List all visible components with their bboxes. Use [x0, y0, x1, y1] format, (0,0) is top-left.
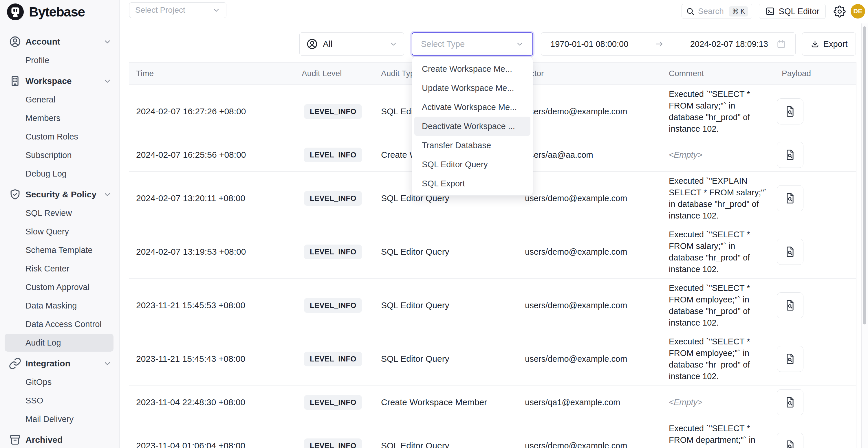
- cell-audit-type: SQL Editor Query: [381, 247, 525, 257]
- sidebar-item[interactable]: Audit Log: [0, 333, 119, 352]
- sidebar-item-icon: [9, 167, 22, 180]
- cell-audit-type: SQL Editor Query: [381, 300, 525, 310]
- chevron-down-icon: [390, 40, 398, 48]
- table-row[interactable]: 2023-11-21 15:45:43 +08:00 LEVEL_INFO SQ…: [129, 332, 856, 386]
- view-payload-button[interactable]: [777, 239, 803, 265]
- sql-editor-button[interactable]: SQL Editor: [759, 4, 826, 19]
- table-row[interactable]: 2023-11-21 15:45:53 +08:00 LEVEL_INFO SQ…: [129, 279, 856, 332]
- sidebar-item[interactable]: Slow Query: [0, 222, 119, 241]
- gear-icon[interactable]: [834, 5, 846, 18]
- sidebar-item[interactable]: Data Access Control: [0, 315, 119, 333]
- sidebar-item-icon: [9, 188, 22, 201]
- cell-time: 2023-11-04 01:06:04 +08:00: [129, 441, 302, 448]
- file-search-icon: [784, 439, 797, 448]
- type-dropdown-option[interactable]: Activate Workspace Me...: [414, 98, 530, 117]
- sidebar-item[interactable]: Custom Roles: [0, 127, 119, 146]
- cell-payload: [775, 142, 857, 168]
- date-range-start[interactable]: 1970-01-01 08:00:00: [550, 39, 628, 49]
- type-dropdown-option[interactable]: SQL Export: [414, 174, 530, 193]
- type-dropdown-option[interactable]: Update Workspace Me...: [414, 78, 530, 98]
- cell-payload: [775, 239, 857, 265]
- sidebar-item[interactable]: Subscription: [0, 146, 119, 164]
- sidebar-item-label: Schema Template: [26, 246, 93, 255]
- type-dropdown-option[interactable]: Create Workspace Me...: [414, 59, 530, 78]
- type-filter-select[interactable]: Select Type: [412, 32, 533, 56]
- sidebar-item[interactable]: Custom Approval: [0, 278, 119, 296]
- view-payload-button[interactable]: [777, 389, 803, 415]
- view-payload-button[interactable]: [777, 292, 803, 318]
- type-dropdown-option[interactable]: Transfer Database: [414, 136, 530, 155]
- file-search-icon: [784, 149, 797, 161]
- view-payload-button[interactable]: [777, 433, 803, 448]
- sidebar-item[interactable]: SQL Review: [0, 204, 119, 222]
- sidebar-item-label: Risk Center: [26, 264, 69, 274]
- sidebar-item[interactable]: GitOps: [0, 373, 119, 391]
- type-dropdown-option[interactable]: Deactivate Workspace ...: [414, 117, 530, 136]
- brand-logo[interactable]: Bytebase: [6, 3, 85, 21]
- sidebar-item-label: Members: [26, 114, 61, 123]
- view-payload-button[interactable]: [777, 98, 803, 124]
- cell-time: 2024-02-07 16:25:56 +08:00: [129, 150, 302, 160]
- sidebar-item-label: Archived: [26, 435, 63, 445]
- sidebar-item[interactable]: Integration: [0, 354, 119, 373]
- sidebar-item-icon: [9, 112, 22, 124]
- actor-filter-select[interactable]: All: [299, 32, 404, 56]
- cell-actor: users/qa1@example.com: [525, 398, 669, 407]
- sidebar-item[interactable]: General: [0, 90, 119, 109]
- sidebar-item-label: Slow Query: [26, 227, 69, 236]
- type-filter-placeholder: Select Type: [421, 39, 465, 49]
- date-range-picker[interactable]: 1970-01-01 08:00:00 2024-02-07 18:09:13: [541, 32, 796, 56]
- project-select-placeholder: Select Project: [135, 5, 185, 15]
- sidebar-item-icon: [9, 434, 22, 446]
- scrollbar-thumb[interactable]: [863, 26, 866, 324]
- table-row[interactable]: 2023-11-04 22:48:30 +08:00 LEVEL_INFO Cr…: [129, 386, 856, 419]
- cell-comment: Executed `"SELECT * FROM employee;"` in …: [669, 336, 775, 382]
- sidebar-item[interactable]: Schema Template: [0, 241, 119, 259]
- cell-audit-level: LEVEL_INFO: [302, 104, 381, 119]
- view-payload-button[interactable]: [777, 142, 803, 168]
- project-select[interactable]: Select Project: [129, 2, 226, 18]
- level-badge: LEVEL_INFO: [304, 352, 362, 366]
- sidebar-item-label: Data Access Control: [26, 320, 102, 329]
- level-badge: LEVEL_INFO: [304, 104, 362, 119]
- table-row[interactable]: 2023-11-04 01:06:04 +08:00 LEVEL_INFO SQ…: [129, 419, 856, 448]
- terminal-square-icon: [765, 6, 775, 16]
- view-payload-button[interactable]: [777, 185, 803, 211]
- date-range-end[interactable]: 2024-02-07 18:09:13: [690, 39, 768, 49]
- cell-time: 2024-02-07 16:27:26 +08:00: [129, 106, 302, 116]
- sidebar-item-icon: [9, 130, 22, 143]
- avatar[interactable]: DE: [850, 4, 865, 19]
- sidebar-item-label: Mail Delivery: [26, 414, 73, 424]
- sidebar-item[interactable]: Profile: [0, 51, 119, 69]
- sidebar-item[interactable]: Workspace: [0, 72, 119, 90]
- sidebar-item[interactable]: Account: [0, 32, 119, 51]
- chevron-down-icon: [103, 190, 112, 199]
- search-input[interactable]: Search ⌘ K: [682, 4, 752, 19]
- sidebar-item[interactable]: Risk Center: [0, 259, 119, 278]
- sidebar-item[interactable]: SSO: [0, 391, 119, 410]
- search-icon: [686, 7, 694, 15]
- calendar-icon: [776, 39, 786, 49]
- type-dropdown-option[interactable]: SQL Editor Query: [414, 155, 530, 174]
- sidebar-item[interactable]: Archived: [0, 430, 119, 448]
- sidebar-item-label: GitOps: [26, 377, 52, 387]
- cell-audit-type: SQL Editor Query: [381, 441, 525, 448]
- export-button[interactable]: Export: [802, 32, 856, 56]
- cell-actor: users/aa@aa.com: [525, 150, 669, 160]
- sidebar-item[interactable]: Data Masking: [0, 296, 119, 315]
- view-payload-button[interactable]: [777, 346, 803, 372]
- cell-time: 2023-11-04 22:48:30 +08:00: [129, 397, 302, 407]
- sidebar-item-icon: [9, 357, 22, 370]
- sidebar-item-label: Debug Log: [26, 169, 67, 179]
- cell-comment: Executed `"EXPLAIN SELECT * FROM salary;…: [669, 175, 775, 221]
- sidebar-item[interactable]: Security & Policy: [0, 185, 119, 204]
- sidebar-item[interactable]: Members: [0, 109, 119, 127]
- sidebar-item-label: Workspace: [26, 76, 72, 86]
- table-row[interactable]: 2024-02-07 13:19:53 +08:00 LEVEL_INFO SQ…: [129, 225, 856, 279]
- sidebar-item[interactable]: Mail Delivery: [0, 410, 119, 428]
- cell-audit-level: LEVEL_INFO: [302, 191, 381, 206]
- sidebar-item[interactable]: Debug Log: [0, 164, 119, 183]
- chevron-down-icon: [516, 40, 524, 48]
- person-circle-icon: [306, 38, 318, 50]
- level-badge: LEVEL_INFO: [304, 439, 362, 448]
